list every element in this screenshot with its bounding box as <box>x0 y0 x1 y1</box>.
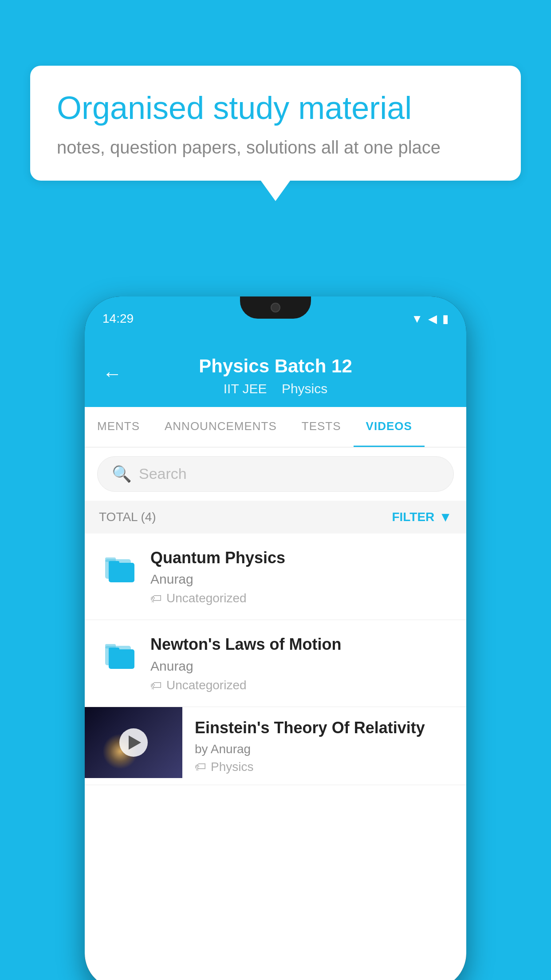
tag-icon: 🏷 <box>195 760 206 774</box>
signal-icon: ◀ <box>428 312 437 326</box>
phone-mockup: 14:29 ▼ ◀ ▮ ← Physics Batch 12 IIT JEE P… <box>85 296 466 980</box>
app-header-title: Physics Batch 12 <box>102 354 449 379</box>
video-author: Anurag <box>150 572 449 587</box>
list-item-content: Quantum Physics Anurag 🏷 Uncategorized <box>150 548 449 606</box>
tag-text: Uncategorized <box>166 591 247 605</box>
list-item[interactable]: Quantum Physics Anurag 🏷 Uncategorized <box>85 533 466 620</box>
tab-videos[interactable]: VIDEOS <box>354 407 425 447</box>
svg-rect-6 <box>109 649 134 669</box>
video-author: by Anurag <box>195 742 454 756</box>
status-icons: ▼ ◀ ▮ <box>411 312 449 326</box>
list-item-content: Newton's Laws of Motion Anurag 🏷 Uncateg… <box>150 634 449 692</box>
total-count-label: TOTAL (4) <box>99 510 156 524</box>
video-author: Anurag <box>150 659 449 674</box>
app-header: ← Physics Batch 12 IIT JEE Physics <box>85 341 466 407</box>
video-title: Einstein's Theory Of Relativity <box>195 718 454 739</box>
play-triangle-icon <box>129 735 141 750</box>
tab-ments[interactable]: MENTS <box>85 407 152 447</box>
svg-rect-3 <box>109 561 119 565</box>
tag-text: Uncategorized <box>166 678 247 692</box>
wifi-icon: ▼ <box>411 312 423 326</box>
subtitle-physics: Physics <box>282 381 327 396</box>
speech-bubble-title: Organised study material <box>57 89 494 127</box>
status-time: 14:29 <box>102 312 134 326</box>
speech-bubble: Organised study material notes, question… <box>30 66 521 181</box>
search-container: 🔍 Search <box>85 447 466 501</box>
speech-bubble-subtitle: notes, question papers, solutions all at… <box>57 138 494 158</box>
tabs-bar: MENTS ANNOUNCEMENTS TESTS VIDEOS <box>85 407 466 447</box>
tab-announcements[interactable]: ANNOUNCEMENTS <box>152 407 289 447</box>
video-tag-row: 🏷 Uncategorized <box>150 591 449 605</box>
list-item[interactable]: Einstein's Theory Of Relativity by Anura… <box>85 707 466 785</box>
folder-icon <box>102 549 138 585</box>
video-tag-row: 🏷 Physics <box>195 760 454 774</box>
search-icon: 🔍 <box>112 465 132 483</box>
svg-rect-2 <box>109 563 134 582</box>
phone-screen: ← Physics Batch 12 IIT JEE Physics MENTS… <box>85 341 466 980</box>
filter-funnel-icon: ▼ <box>439 510 452 525</box>
tag-icon: 🏷 <box>150 592 162 605</box>
search-placeholder: Search <box>139 465 187 482</box>
folder-icon <box>102 636 138 672</box>
tag-icon: 🏷 <box>150 679 162 692</box>
battery-icon: ▮ <box>442 312 449 326</box>
back-button[interactable]: ← <box>102 363 122 385</box>
subtitle-iitjee: IIT JEE <box>224 381 267 396</box>
video-thumbnail <box>85 707 182 778</box>
filter-button[interactable]: FILTER ▼ <box>392 510 452 525</box>
video-title: Quantum Physics <box>150 548 449 569</box>
video-tag-row: 🏷 Uncategorized <box>150 678 449 692</box>
video-title: Newton's Laws of Motion <box>150 634 449 655</box>
filter-bar: TOTAL (4) FILTER ▼ <box>85 501 466 533</box>
speech-bubble-container: Organised study material notes, question… <box>30 66 521 181</box>
tag-text: Physics <box>211 760 253 774</box>
app-header-subtitle: IIT JEE Physics <box>102 381 449 396</box>
tab-tests[interactable]: TESTS <box>289 407 354 447</box>
phone-status-bar: 14:29 ▼ ◀ ▮ <box>85 296 466 341</box>
phone-notch <box>240 296 311 319</box>
play-button[interactable] <box>119 728 148 757</box>
filter-label: FILTER <box>392 510 434 524</box>
search-bar[interactable]: 🔍 Search <box>97 456 454 492</box>
camera-dot <box>271 303 280 312</box>
list-item-content: Einstein's Theory Of Relativity by Anura… <box>182 707 466 785</box>
list-item[interactable]: Newton's Laws of Motion Anurag 🏷 Uncateg… <box>85 620 466 707</box>
svg-rect-7 <box>109 648 119 652</box>
